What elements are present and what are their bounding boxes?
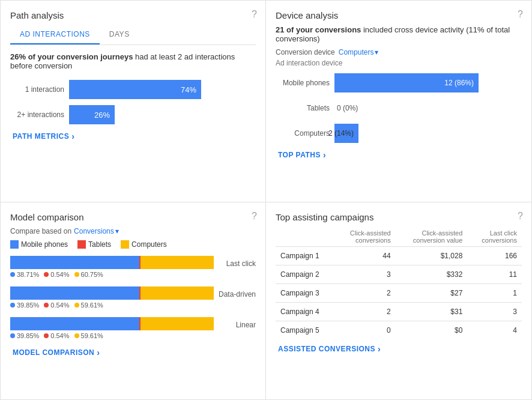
click-assisted-0: 44 — [334, 247, 396, 265]
top-paths-link[interactable]: TOP PATHS › — [276, 150, 522, 160]
pct-dot-yellow-1 — [74, 303, 79, 308]
device-subtitle: 21 of your conversions included cross de… — [276, 25, 522, 43]
pct-yellow-val-1: 59.61% — [81, 302, 103, 309]
device-bar-label-0: Mobile phones — [276, 79, 330, 87]
table-row: Campaign 5 0 $0 4 — [276, 321, 522, 340]
path-bar-row-1: 2+ interactions 26% — [10, 105, 256, 124]
path-analysis-help-icon[interactable]: ? — [252, 9, 257, 20]
model-bar-yellow-0 — [141, 256, 214, 269]
model-comparison-chevron-icon: › — [97, 348, 100, 357]
model-row-data-driven: Data-driven 39.85% 0.54% 59.61% — [10, 286, 256, 309]
legend-computers-icon — [121, 240, 129, 249]
campaign-name-1: Campaign 2 — [276, 265, 334, 284]
model-row-last-click: Last click 38.71% 0.54% 60.75% — [10, 256, 256, 278]
campaigns-table-body: Campaign 1 44 $1,028 166 Campaign 2 3 $3… — [276, 247, 522, 340]
value-0: $1,028 — [396, 247, 468, 265]
table-row: Campaign 2 3 $332 11 — [276, 265, 522, 284]
device-bar-0: 12 (86%) — [334, 73, 479, 92]
path-metrics-chevron-icon: › — [71, 132, 74, 141]
model-pct-yellow-0: 60.75% — [74, 271, 103, 278]
path-metrics-link[interactable]: PATH METRICS › — [10, 132, 256, 141]
tab-days[interactable]: DAYS — [100, 25, 139, 44]
top-assisting-help-icon[interactable]: ? — [518, 211, 523, 222]
table-row: Campaign 3 2 $27 1 — [276, 284, 522, 303]
model-legend: Mobile phones Tablets Computers — [10, 240, 256, 249]
legend-tablets: Tablets — [77, 240, 111, 249]
last-click-2: 1 — [467, 284, 522, 303]
device-analysis-help-icon[interactable]: ? — [518, 9, 523, 20]
top-assisting-title: Top assisting campaigns — [276, 212, 522, 222]
model-pct-blue-1: 39.85% — [10, 302, 39, 309]
device-bar-chart: Mobile phones 12 (86%) Tablets 0 (0%) Co… — [276, 73, 522, 143]
model-pct-row-2: 39.85% 0.54% 59.61% — [10, 332, 256, 339]
table-row: Campaign 4 2 $31 3 — [276, 303, 522, 321]
device-bar-row-1: Tablets 0 (0%) — [276, 98, 522, 118]
click-assisted-2: 2 — [334, 284, 396, 303]
model-pct-row-0: 38.71% 0.54% 60.75% — [10, 271, 256, 278]
pct-dot-blue-0 — [10, 272, 15, 277]
conversion-device-value[interactable]: Computers ▾ — [339, 48, 379, 56]
pct-dot-yellow-2 — [74, 333, 79, 338]
model-compare-sub: Compare based on Conversions ▾ — [10, 227, 256, 235]
model-compare-value[interactable]: Conversions ▾ — [74, 227, 119, 235]
path-description-strong: 26% of your conversion journeys — [10, 52, 133, 61]
campaign-name-2: Campaign 3 — [276, 284, 334, 303]
path-bar-label-1: 2+ interactions — [10, 111, 64, 119]
model-pct-yellow-2: 59.61% — [74, 332, 103, 339]
value-4: $0 — [396, 321, 468, 340]
model-bar-yellow-2 — [141, 317, 214, 330]
col-click-value: Click-assistedconversion value — [396, 227, 468, 247]
pct-dot-blue-1 — [10, 303, 15, 308]
pct-red-val-2: 0.54% — [50, 332, 69, 339]
model-compare-dropdown-icon: ▾ — [115, 227, 119, 235]
legend-computers-label: Computers — [131, 240, 167, 249]
top-assisting-card: Top assisting campaigns ? Click-assisted… — [266, 202, 532, 400]
click-assisted-4: 0 — [334, 321, 396, 340]
last-click-1: 11 — [467, 265, 522, 284]
conversion-device-label: Conversion device — [276, 48, 335, 56]
model-name-1: Data-driven — [214, 290, 256, 298]
last-click-0: 166 — [467, 247, 522, 265]
device-bar-value-2: 2 (14%) — [328, 129, 354, 138]
model-comparison-help-icon[interactable]: ? — [252, 211, 257, 222]
legend-tablets-label: Tablets — [88, 240, 111, 249]
campaign-name-3: Campaign 4 — [276, 303, 334, 321]
model-compare-label: Compare based on — [10, 227, 71, 235]
pct-blue-val-0: 38.71% — [17, 271, 39, 278]
device-bar-label-1: Tablets — [276, 104, 330, 112]
ad-interaction-label: Ad interaction device — [276, 59, 522, 67]
path-bar-value-0: 74% — [181, 85, 196, 94]
model-pct-blue-0: 38.71% — [10, 271, 39, 278]
legend-mobile-icon — [10, 240, 19, 249]
assisted-conversions-link[interactable]: ASSISTED CONVERSIONS › — [276, 339, 522, 354]
model-comparison-title: Model comparison — [10, 212, 256, 222]
tab-ad-interactions[interactable]: AD INTERACTIONS — [10, 25, 100, 44]
value-3: $31 — [396, 303, 468, 321]
assisted-conversions-chevron-icon: › — [378, 344, 381, 354]
col-click-assisted: Click-assistedconversions — [334, 227, 396, 247]
pct-red-val-1: 0.54% — [50, 302, 69, 309]
campaign-name-4: Campaign 5 — [276, 321, 334, 340]
model-bar-stack-1 — [10, 286, 214, 300]
dashboard: Path analysis ? AD INTERACTIONS DAYS 26%… — [0, 0, 532, 400]
campaigns-table-header: Click-assistedconversions Click-assisted… — [276, 227, 522, 247]
path-analysis-card: Path analysis ? AD INTERACTIONS DAYS 26%… — [0, 0, 266, 202]
pct-dot-yellow-0 — [74, 272, 79, 277]
pct-yellow-val-0: 60.75% — [81, 271, 103, 278]
path-bar-row-0: 1 interaction 74% — [10, 80, 256, 99]
legend-mobile-phones: Mobile phones — [10, 240, 68, 249]
path-bar-label-0: 1 interaction — [10, 85, 64, 94]
pct-blue-val-2: 39.85% — [17, 332, 39, 339]
model-bar-blue-0 — [10, 256, 139, 269]
value-1: $332 — [396, 265, 468, 284]
device-filter: Conversion device Computers ▾ — [276, 48, 522, 56]
path-bar-chart: 1 interaction 74% 2+ interactions 26% — [10, 80, 256, 124]
model-comparison-link[interactable]: MODEL COMPARISON › — [10, 348, 256, 357]
device-bar-row-0: Mobile phones 12 (86%) — [276, 73, 522, 92]
device-subtitle-strong: 21 of your conversions — [276, 25, 361, 34]
top-paths-chevron-icon: › — [323, 150, 326, 160]
model-pct-red-2: 0.54% — [44, 332, 69, 339]
model-row-linear: Linear 39.85% 0.54% 59.61% — [10, 317, 256, 339]
path-bar-0: 74% — [69, 80, 201, 99]
pct-dot-blue-2 — [10, 333, 15, 338]
